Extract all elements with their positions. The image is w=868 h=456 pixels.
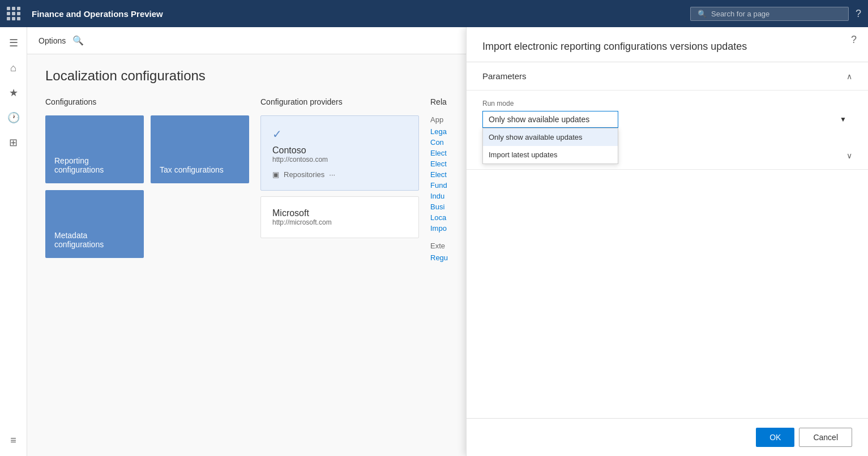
run-background-expand-icon[interactable]: ∨ <box>846 151 852 160</box>
dropdown-option-only-show[interactable]: Only show available updates <box>483 128 618 146</box>
provider-name-contoso: Contoso <box>272 145 407 156</box>
options-label: Options <box>39 36 66 45</box>
page-area: Options 🔍 Localization configurations Co… <box>27 27 868 456</box>
tile-tax[interactable]: Tax configurations <box>151 115 249 183</box>
search-icon: 🔍 <box>698 10 707 18</box>
top-nav: Finance and Operations Preview 🔍 Search … <box>0 0 868 27</box>
dialog-help-icon[interactable]: ? <box>851 34 857 46</box>
configurations-column: Configurations Reporting configurations … <box>45 97 249 438</box>
dialog-title: Import electronic reporting configuratio… <box>482 41 852 53</box>
sidebar-item-modules[interactable]: ≡ <box>2 429 25 451</box>
sidebar-item-menu[interactable]: ☰ <box>2 32 25 54</box>
dialog-header: Import electronic reporting configuratio… <box>467 27 868 62</box>
provider-microsoft[interactable]: Microsoft http://microsoft.com <box>260 196 419 238</box>
tile-tax-label: Tax configurations <box>160 165 224 174</box>
sidebar-item-home[interactable]: ⌂ <box>2 57 25 79</box>
search-placeholder: Search for a page <box>711 10 769 18</box>
sidebar: ☰ ⌂ ★ 🕐 ⊞ ≡ <box>0 27 27 456</box>
tile-reporting-label: Reporting configurations <box>54 156 135 174</box>
repositories-label[interactable]: Repositories <box>284 170 324 179</box>
providers-header: Configuration providers <box>260 97 419 106</box>
dropdown-option-import-latest[interactable]: Import latest updates <box>483 146 618 164</box>
dialog-body: Parameters ∧ Run mode Only show availabl… <box>467 62 868 418</box>
repositories-icon: ▣ <box>272 170 279 179</box>
dropdown-menu: Only show available updates Import lates… <box>482 128 618 164</box>
tile-metadata[interactable]: Metadata configurations <box>45 190 144 258</box>
provider-url-contoso: http://contoso.com <box>272 156 407 164</box>
options-search-icon[interactable]: 🔍 <box>72 35 84 46</box>
parameters-section-header[interactable]: Parameters ∧ <box>467 62 868 91</box>
run-mode-dropdown[interactable]: Only show available updates <box>482 111 618 128</box>
parameters-label: Parameters <box>482 71 527 81</box>
providers-column: Configuration providers ✓ Contoso http:/… <box>249 97 419 438</box>
provider-name-microsoft: Microsoft <box>272 208 407 218</box>
more-options-icon[interactable]: ··· <box>329 170 335 179</box>
help-icon[interactable]: ? <box>856 8 861 20</box>
provider-contoso[interactable]: ✓ Contoso http://contoso.com ▣ Repositor… <box>260 115 419 191</box>
run-mode-label: Run mode <box>482 100 852 107</box>
tiles-grid: Reporting configurations Tax configurati… <box>45 115 249 258</box>
tile-metadata-label: Metadata configurations <box>54 231 135 249</box>
app-title: Finance and Operations Preview <box>32 9 683 19</box>
sidebar-item-favorites[interactable]: ★ <box>2 81 25 104</box>
page-search[interactable]: 🔍 Search for a page <box>690 7 849 21</box>
check-icon: ✓ <box>272 127 407 141</box>
ok-button[interactable]: OK <box>756 428 794 447</box>
parameters-content: Run mode Only show available updates ▼ O… <box>467 91 868 137</box>
dialog-panel: ? Import electronic reporting configurat… <box>466 27 868 456</box>
sidebar-item-workspaces[interactable]: ⊞ <box>2 131 25 154</box>
provider-url-microsoft: http://microsoft.com <box>272 218 407 226</box>
tile-reporting[interactable]: Reporting configurations <box>45 115 144 183</box>
cancel-button[interactable]: Cancel <box>799 428 852 447</box>
app-grid-icon[interactable] <box>7 7 20 20</box>
dialog-footer: OK Cancel <box>467 418 868 456</box>
parameters-collapse-icon[interactable]: ∧ <box>846 72 852 81</box>
run-mode-dropdown-wrapper: Only show available updates ▼ Only show … <box>482 111 852 128</box>
dropdown-arrow-icon: ▼ <box>840 115 846 123</box>
sidebar-item-recent[interactable]: 🕐 <box>2 106 25 129</box>
configurations-header: Configurations <box>45 97 249 106</box>
